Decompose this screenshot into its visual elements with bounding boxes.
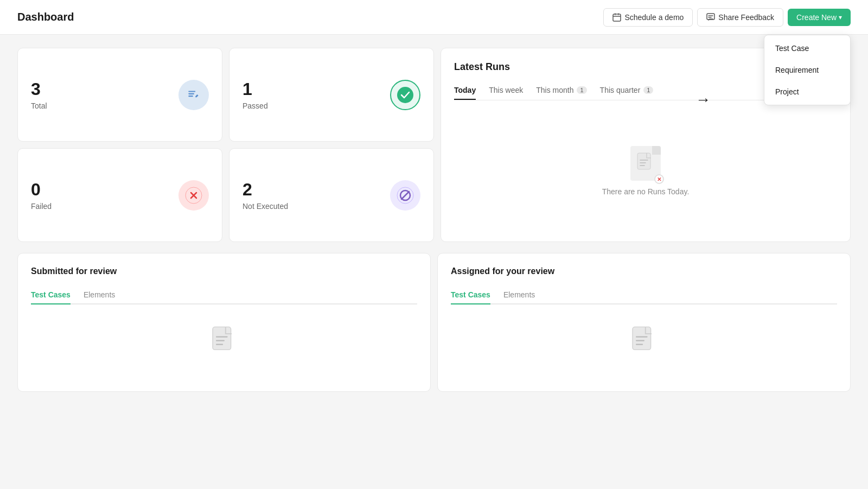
assigned-review-tabs: Test Cases Elements	[451, 285, 837, 304]
stat-label-total: Total	[31, 101, 47, 110]
tab-today[interactable]: Today	[454, 81, 476, 100]
stat-info-total: 3 Total	[31, 79, 47, 110]
stat-info-failed: 0 Failed	[31, 180, 52, 211]
stat-info-passed: 1 Passed	[242, 79, 268, 110]
stat-label-not-executed: Not Executed	[242, 202, 288, 211]
this-quarter-badge: 1	[643, 86, 653, 94]
schedule-demo-label: Schedule a demo	[624, 13, 684, 22]
block-icon	[397, 187, 414, 204]
passed-icon-circle	[390, 80, 420, 110]
submitted-review-card: Submitted for review Test Cases Elements	[17, 253, 431, 392]
latest-runs-empty: ✕ There are no Runs Today.	[454, 113, 837, 228]
total-icon-circle	[178, 80, 209, 110]
svg-rect-8	[633, 327, 651, 350]
assigned-tab-elements[interactable]: Elements	[503, 286, 535, 304]
stat-card-total: 3 Total	[17, 48, 222, 142]
stat-card-not-executed: 2 Not Executed	[229, 148, 434, 242]
failed-icon-circle	[178, 180, 209, 211]
stat-number-passed: 1	[242, 79, 268, 99]
stat-number-failed: 0	[31, 180, 52, 200]
assigned-review-title: Assigned for your review	[451, 266, 837, 276]
create-new-button[interactable]: Create New ▾	[788, 9, 851, 26]
submitted-review-tabs: Test Cases Elements	[31, 285, 417, 304]
main-content: 3 Total 1 Passed	[0, 35, 868, 405]
tab-this-quarter[interactable]: This quarter 1	[600, 81, 654, 100]
stats-grid: 3 Total 1 Passed	[17, 48, 851, 242]
submitted-empty-icon	[211, 326, 237, 357]
feedback-icon	[706, 13, 715, 22]
tab-this-month[interactable]: This month 1	[536, 81, 586, 100]
dropdown-item-requirement[interactable]: Requirement	[764, 59, 850, 81]
assigned-tab-test-cases[interactable]: Test Cases	[451, 286, 490, 304]
header: Dashboard Schedule a demo Share Feedback…	[0, 0, 868, 35]
x-icon	[185, 187, 202, 204]
submitted-review-empty	[31, 304, 417, 378]
stat-card-failed: 0 Failed	[17, 148, 222, 242]
dropdown-item-test-case[interactable]: Test Case	[764, 37, 850, 59]
assigned-review-empty	[451, 304, 837, 378]
assigned-review-card: Assigned for your review Test Cases Elem…	[437, 253, 851, 392]
not-executed-icon-circle	[390, 180, 420, 211]
latest-runs-empty-text: There are no Runs Today.	[602, 187, 690, 196]
stat-number-total: 3	[31, 79, 47, 99]
submitted-tab-test-cases[interactable]: Test Cases	[31, 286, 71, 304]
doc-error-indicator: ✕	[654, 174, 664, 184]
svg-rect-7	[213, 327, 231, 350]
submitted-review-title: Submitted for review	[31, 266, 417, 276]
assigned-empty-icon	[631, 326, 657, 357]
page-title: Dashboard	[17, 11, 74, 23]
tab-this-week[interactable]: This week	[489, 81, 523, 100]
stat-number-not-executed: 2	[242, 180, 288, 200]
schedule-demo-button[interactable]: Schedule a demo	[603, 8, 693, 27]
edit-icon	[187, 88, 201, 102]
chevron-down-icon: ▾	[839, 14, 842, 21]
svg-rect-0	[613, 14, 621, 21]
create-new-label: Create New	[796, 13, 837, 22]
create-new-dropdown: Test Case Requirement Project	[764, 35, 851, 105]
submitted-tab-elements[interactable]: Elements	[84, 286, 115, 304]
document-icon	[637, 153, 654, 174]
check-icon	[397, 86, 414, 104]
stat-label-failed: Failed	[31, 202, 52, 211]
stat-info-not-executed: 2 Not Executed	[242, 180, 288, 211]
empty-doc-icon: ✕	[630, 146, 661, 181]
svg-rect-3	[637, 153, 650, 169]
bottom-grid: Submitted for review Test Cases Elements…	[17, 253, 851, 392]
stat-label-passed: Passed	[242, 101, 268, 110]
svg-point-2	[397, 87, 413, 103]
stat-card-passed: 1 Passed	[229, 48, 434, 142]
share-feedback-button[interactable]: Share Feedback	[697, 8, 783, 27]
dropdown-item-project[interactable]: Project	[764, 81, 850, 103]
share-feedback-label: Share Feedback	[718, 13, 774, 22]
header-actions: Schedule a demo Share Feedback Create Ne…	[603, 8, 851, 27]
this-month-badge: 1	[577, 86, 586, 94]
calendar-icon	[612, 13, 621, 22]
